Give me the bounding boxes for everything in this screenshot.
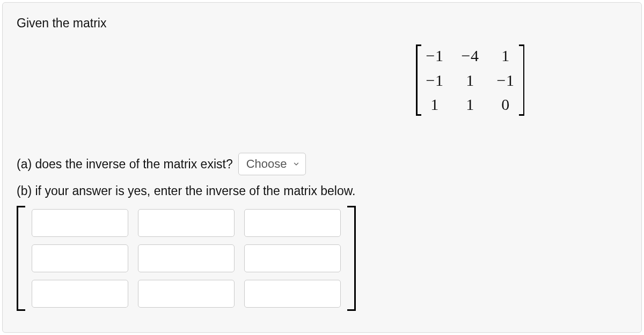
question-a-label: (a) does the inverse of the matrix exist… [17,157,233,172]
matrix-cell: −1 [425,70,445,91]
inverse-exists-select[interactable]: Choose [238,153,306,175]
left-bracket-icon [17,206,24,311]
matrix-cell: 1 [460,94,480,115]
select-placeholder: Choose [246,157,287,171]
question-panel: Given the matrix −1 −4 1 −1 1 −1 1 1 0 (… [2,2,642,333]
matrix-cell: −1 [425,46,445,66]
matrix-cell: −4 [460,46,480,66]
answer-cell-1-0[interactable] [32,244,128,272]
question-a-row: (a) does the inverse of the matrix exist… [17,153,627,175]
answer-cell-2-2[interactable] [244,280,341,308]
answer-cell-0-0[interactable] [32,209,128,237]
matrix-values: −1 −4 1 −1 1 −1 1 1 0 [421,44,519,116]
answer-cell-2-1[interactable] [138,280,235,308]
matrix-cell: −1 [495,70,516,91]
matrix-cell: 1 [425,94,445,115]
answer-cell-0-1[interactable] [138,209,235,237]
answer-cell-2-0[interactable] [32,280,128,308]
matrix-cell: 1 [495,46,516,66]
right-bracket-icon [519,44,524,116]
given-matrix: −1 −4 1 −1 1 −1 1 1 0 [416,44,524,116]
answer-cell-1-1[interactable] [138,244,235,272]
matrix-cell: 1 [460,70,480,91]
question-b-label: (b) if your answer is yes, enter the inv… [17,184,627,198]
matrix-cell: 0 [495,94,516,115]
prompt-text: Given the matrix [17,16,627,32]
answer-cell-0-2[interactable] [244,209,341,237]
left-bracket-icon [416,44,421,116]
right-bracket-icon [348,206,356,311]
chevron-down-icon [292,160,300,168]
answer-matrix [17,206,627,311]
answer-cell-1-2[interactable] [244,244,341,272]
